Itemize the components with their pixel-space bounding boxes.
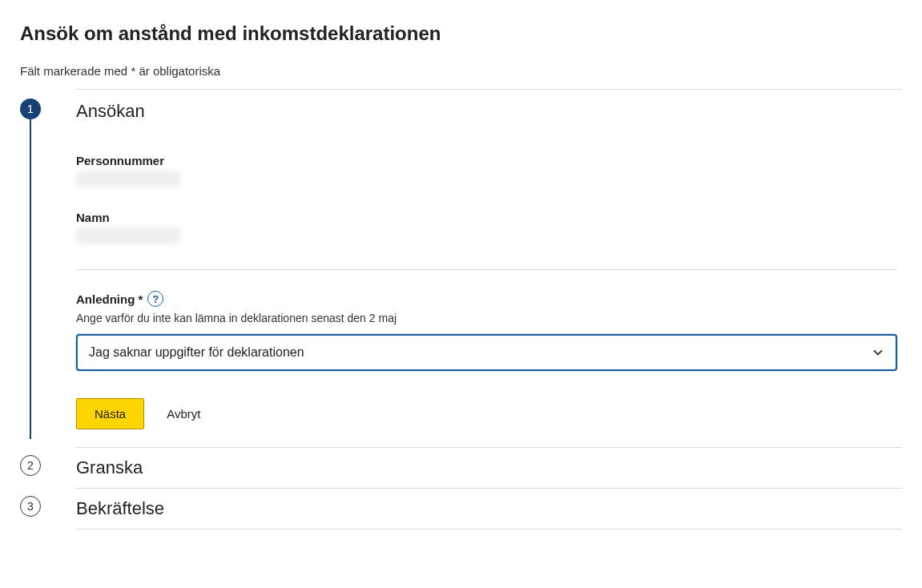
step1-actions: Nästa Avbryt xyxy=(76,398,897,429)
step-granska: 2 Granska xyxy=(20,447,902,488)
namn-label: Namn xyxy=(76,211,897,224)
step-connector xyxy=(30,119,31,439)
step-ansokan: 1 Ansökan Personnummer Namn Anledning * … xyxy=(20,89,902,429)
reason-select[interactable] xyxy=(76,334,897,371)
help-icon[interactable]: ? xyxy=(147,291,163,307)
field-personnummer: Personnummer xyxy=(76,154,897,190)
step-number-3: 3 xyxy=(20,496,41,517)
reason-section: Anledning * ? Ange varför du inte kan lä… xyxy=(76,291,897,371)
mandatory-fields-note: Fält markerade med * är obligatoriska xyxy=(20,64,902,78)
personnummer-label: Personnummer xyxy=(76,154,897,167)
wizard: 1 Ansökan Personnummer Namn Anledning * … xyxy=(20,89,902,530)
next-button[interactable]: Nästa xyxy=(76,398,144,429)
cancel-button[interactable]: Avbryt xyxy=(167,407,200,421)
page-title: Ansök om anstånd med inkomstdeklaratione… xyxy=(20,22,902,45)
step-title-granska: Granska xyxy=(76,457,143,478)
bottom-divider xyxy=(76,529,902,530)
reason-select-wrap xyxy=(76,334,897,371)
step-number-1: 1 xyxy=(20,99,41,119)
step-number-2: 2 xyxy=(20,455,41,476)
step-bekraftelse: 3 Bekräftelse xyxy=(20,488,902,529)
reason-hint: Ange varför du inte kan lämna in deklara… xyxy=(76,312,897,324)
personnummer-value xyxy=(76,171,180,187)
step-title-bekraftelse: Bekräftelse xyxy=(76,498,164,519)
reason-label: Anledning * xyxy=(76,292,143,306)
section-divider xyxy=(76,269,897,270)
step-title-ansokan: Ansökan xyxy=(76,101,145,122)
step-body-ansokan: Personnummer Namn Anledning * ? Ange var… xyxy=(76,154,902,429)
namn-value xyxy=(76,228,180,244)
field-namn: Namn xyxy=(76,211,897,247)
